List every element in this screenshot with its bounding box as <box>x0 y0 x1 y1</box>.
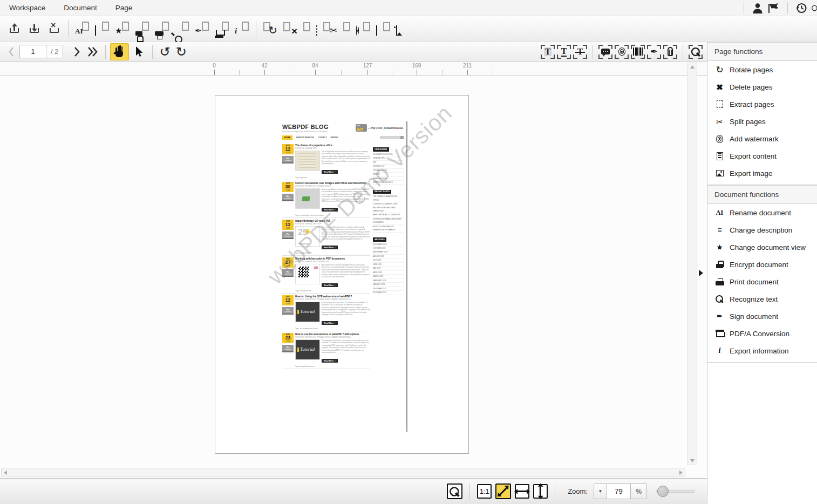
encrypt-document-icon[interactable] <box>132 19 152 38</box>
sidebar-item-recognize-text[interactable]: Recognize text <box>707 290 817 308</box>
add-strikeout-button[interactable]: T <box>572 44 588 60</box>
previous-page-button[interactable] <box>3 43 19 60</box>
ruler-label: 169 <box>412 63 421 69</box>
add-underline-button[interactable]: T <box>556 44 572 60</box>
pdf-page-preview[interactable]: WEBPDF BLOG links, news and tips about w… <box>215 95 469 454</box>
edge-clipped-icon[interactable] <box>809 1 817 15</box>
fit-width-icon <box>518 491 527 492</box>
sidebar-item-add-watermark[interactable]: Add watermark <box>707 130 817 147</box>
scroll-down-arrow[interactable] <box>690 459 695 462</box>
sidebar-item-rename-document[interactable]: AIRename document <box>707 204 817 221</box>
rotate-left-button[interactable]: ↺ <box>157 43 173 60</box>
download-document-icon[interactable] <box>24 19 44 38</box>
blog-archive-month: JULY 2018 <box>373 258 404 262</box>
sidebar-item-extract-pages[interactable]: Extract pages <box>707 96 817 113</box>
change-document-view-icon[interactable]: ★ <box>112 19 132 38</box>
add-barcode-button[interactable] <box>630 44 646 60</box>
actual-size-button[interactable]: 1:1 <box>477 484 492 499</box>
watermark-icon <box>716 135 723 143</box>
sidebar-item-export-information[interactable]: iExport information <box>707 342 817 359</box>
menu-page[interactable]: Page <box>106 4 142 12</box>
upload-document-icon[interactable] <box>4 19 24 38</box>
menu-workspace[interactable]: Workspace <box>0 4 55 12</box>
scroll-up-arrow[interactable] <box>690 65 695 69</box>
add-stamp-button[interactable] <box>614 44 630 60</box>
scroll-left-arrow[interactable] <box>4 471 7 475</box>
hand-icon <box>113 45 125 58</box>
hand-tool-button[interactable] <box>110 43 129 60</box>
ruler-tick <box>290 70 290 75</box>
flag-icon[interactable] <box>766 1 782 15</box>
user-icon[interactable] <box>750 1 766 15</box>
blog-category: WEBPDF <box>373 173 404 176</box>
sidebar-item-split-pages[interactable]: ✂Split pages <box>707 113 817 130</box>
fit-page-button[interactable] <box>495 483 511 499</box>
scroll-right-arrow[interactable] <box>679 471 683 475</box>
zoom-area-button[interactable] <box>447 483 462 499</box>
sidebar-item-print-document[interactable]: Print document <box>707 273 817 290</box>
printer-icon <box>716 278 724 285</box>
change-description-icon[interactable] <box>92 19 112 38</box>
rename-document-icon[interactable]: AI <box>72 19 92 38</box>
history-icon[interactable] <box>793 1 809 15</box>
sidebar-item-label: Rotate pages <box>730 66 773 74</box>
extract-pages-icon[interactable] <box>300 19 320 38</box>
document-canvas[interactable]: 04284127169211 WEBPDF BLOG links, news a… <box>0 62 707 478</box>
slider-thumb[interactable] <box>657 486 669 497</box>
split-icon: ✂ <box>716 118 723 126</box>
add-watermark-icon[interactable] <box>340 19 360 38</box>
add-signature-button[interactable]: ✒ <box>646 44 662 60</box>
horizontal-scrollbar[interactable] <box>1 468 685 477</box>
export-information-icon[interactable]: i <box>232 19 252 38</box>
sign-document-icon[interactable]: ✒ <box>192 19 212 38</box>
add-comment-button[interactable] <box>597 44 614 60</box>
blog-nav-item: WEBPDF WEBSITES <box>296 137 314 139</box>
post-thumbnail <box>295 188 320 209</box>
blog-nav: HOME WEBPDF WEBSITES CONTACT IMPRINT <box>282 135 404 140</box>
add-text-button[interactable]: T <box>540 44 556 60</box>
post-date-badge: SEP122018NoComment <box>282 295 294 330</box>
export-content-icon[interactable] <box>360 19 380 38</box>
export-content-icon <box>717 152 723 160</box>
sidebar-item-export-image[interactable]: Export image <box>707 165 817 182</box>
zoom-slider[interactable] <box>656 483 695 499</box>
post-title: How to: Using the OCR webservice of webP… <box>295 295 370 298</box>
export-image-icon[interactable] <box>380 19 400 38</box>
sidebar-item-pdfa-conversion[interactable]: PDF/A Conversion <box>707 325 817 342</box>
fit-width-button[interactable] <box>515 484 529 499</box>
delete-pages-icon[interactable]: × <box>280 19 300 38</box>
select-tool-button[interactable] <box>129 43 148 60</box>
separator <box>105 45 106 59</box>
zoom-value-input[interactable] <box>607 483 631 499</box>
last-page-button[interactable] <box>85 43 101 60</box>
pdfa-conversion-icon[interactable] <box>212 19 232 38</box>
next-page-button[interactable] <box>69 43 85 60</box>
menu-document[interactable]: Document <box>55 4 106 12</box>
recognize-text-icon[interactable] <box>172 19 192 38</box>
vertical-scrollbar[interactable] <box>687 63 697 465</box>
blog-archive-month: MARCH 2018 <box>373 275 404 278</box>
rotate-pages-icon[interactable]: ↻ <box>260 19 280 38</box>
sidebar-item-delete-pages[interactable]: ✖Delete pages <box>707 78 817 96</box>
split-pages-icon[interactable]: ✂ <box>320 19 340 38</box>
print-document-icon[interactable] <box>152 19 172 38</box>
read-more-button: Read More › <box>322 246 338 250</box>
sidebar-item-label: Add watermark <box>730 135 779 143</box>
zoom-dropdown-button[interactable]: ▼ <box>594 483 607 499</box>
sidebar-item-rotate-pages[interactable]: ↻Rotate pages <box>707 61 817 78</box>
sidebar-item-export-content[interactable]: Export content <box>707 147 817 165</box>
sidebar-item-change-description[interactable]: ≡Change description <box>707 221 817 239</box>
fit-height-button[interactable] <box>533 484 548 499</box>
page-total-label: / 2 <box>46 45 63 58</box>
page-number-input[interactable] <box>19 45 46 58</box>
rotate-right-button[interactable]: ↻ <box>173 43 189 60</box>
post-meta: POSTED IN: TECHNOLOGY, TIPS AND TRICKS, … <box>295 336 370 338</box>
sidebar-item-sign-document[interactable]: ✒Sign document <box>707 308 817 325</box>
search-document-button[interactable] <box>687 44 704 60</box>
sidebar-item-encrypt-document[interactable]: Encrypt document <box>707 256 817 273</box>
sidebar-item-label: Sign document <box>730 312 778 321</box>
sidebar-collapse-handle[interactable] <box>699 270 703 276</box>
sidebar-item-change-document-view[interactable]: ★Change document view <box>707 239 817 256</box>
close-document-icon[interactable]: × <box>44 19 64 38</box>
add-attachment-button[interactable] <box>662 44 678 60</box>
